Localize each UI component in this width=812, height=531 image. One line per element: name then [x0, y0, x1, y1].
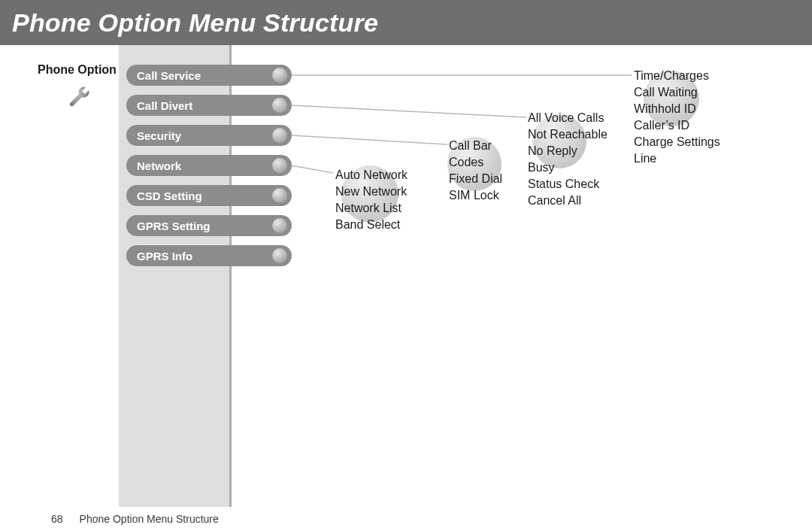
submenu-item-line[interactable]: Line: [634, 150, 720, 167]
pill-label: Security: [137, 129, 181, 142]
submenu-call-divert: All Voice Calls Not Reachable No Reply B…: [528, 110, 607, 209]
svg-line-2: [292, 135, 447, 144]
menu-pill-network[interactable]: Network: [126, 155, 292, 176]
submenu-item-call-bar[interactable]: Call Bar: [449, 138, 502, 154]
submenu-item-callers-id[interactable]: Caller’s ID: [634, 117, 720, 134]
page-root: Phone Option Menu Structure Phone Option: [0, 0, 812, 531]
page-footer: 68 Phone Option Menu Structure: [0, 507, 812, 531]
submenu-security: Call Bar Codes Fixed Dial SIM Lock: [449, 138, 502, 204]
pill-label: Call Service: [137, 69, 201, 82]
submenu-item-busy[interactable]: Busy: [528, 159, 607, 176]
submenu-item-all-voice-calls[interactable]: All Voice Calls: [528, 110, 607, 126]
page-number: 68: [51, 513, 63, 525]
submenu-item-sim-lock[interactable]: SIM Lock: [449, 187, 502, 204]
submenu-item-fixed-dial[interactable]: Fixed Dial: [449, 171, 502, 187]
svg-line-3: [292, 165, 333, 173]
title-bar: Phone Option Menu Structure: [0, 0, 812, 45]
submenu-item-not-reachable[interactable]: Not Reachable: [528, 126, 607, 143]
menu-pill-gprs-info[interactable]: GPRS Info: [126, 245, 292, 266]
submenu-item-withhold-id[interactable]: Withhold ID: [634, 101, 720, 117]
submenu-item-call-waiting[interactable]: Call Waiting: [634, 84, 720, 101]
menu-pill-gprs-setting[interactable]: GPRS Setting: [126, 215, 292, 236]
submenu-network: Auto Network New Network Network List Ba…: [335, 167, 408, 233]
submenu-item-time-charges[interactable]: Time/Charges: [634, 68, 720, 84]
submenu-item-auto-network[interactable]: Auto Network: [335, 167, 408, 184]
pill-label: Network: [137, 159, 181, 172]
submenu-item-new-network[interactable]: New Network: [335, 184, 408, 200]
pill-label: Call Divert: [137, 99, 192, 112]
submenu-item-charge-settings[interactable]: Charge Settings: [634, 134, 720, 150]
submenu-item-status-check[interactable]: Status Check: [528, 176, 607, 193]
content-area: Phone Option Call Service: [0, 45, 812, 507]
page-title: Phone Option Menu Structure: [12, 8, 378, 38]
submenu-item-no-reply[interactable]: No Reply: [528, 143, 607, 159]
submenu-item-cancel-all[interactable]: Cancel All: [528, 193, 607, 209]
sidebar-label: Phone Option: [38, 63, 117, 77]
wrench-icon: [66, 83, 93, 110]
submenu-call-service: Time/Charges Call Waiting Withhold ID Ca…: [634, 68, 720, 167]
submenu-item-network-list[interactable]: Network List: [335, 200, 408, 217]
pill-label: GPRS Setting: [137, 220, 211, 232]
submenu-item-band-select[interactable]: Band Select: [335, 217, 408, 233]
pill-label: GPRS Info: [137, 250, 192, 262]
menu-pill-csd-setting[interactable]: CSD Setting: [126, 185, 292, 206]
pill-label: CSD Setting: [137, 190, 202, 202]
menu-pill-security[interactable]: Security: [126, 125, 292, 146]
menu-pill-call-divert[interactable]: Call Divert: [126, 95, 292, 116]
menu-pill-call-service[interactable]: Call Service: [126, 65, 292, 86]
footer-caption: Phone Option Menu Structure: [80, 513, 219, 525]
submenu-item-codes[interactable]: Codes: [449, 154, 502, 171]
svg-line-1: [292, 105, 526, 117]
